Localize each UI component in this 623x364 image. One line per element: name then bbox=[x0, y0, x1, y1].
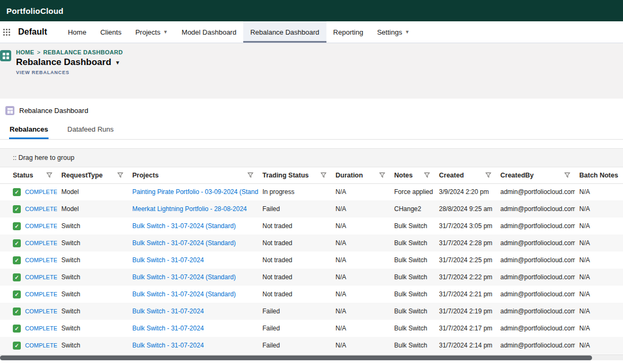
page-subtitle: VIEW REBALANCES bbox=[16, 70, 123, 75]
project-link[interactable]: Meerkat Lightning Portfolio - 28-08-2024 bbox=[132, 205, 247, 213]
chevron-down-icon[interactable]: ▼ bbox=[405, 29, 410, 35]
request-type-cell: Switch bbox=[57, 234, 128, 252]
request-type-cell: Switch bbox=[57, 252, 128, 269]
waffle-grid-icon bbox=[3, 29, 10, 36]
status-link[interactable]: COMPLETE bbox=[25, 274, 57, 280]
nav-tab-clients[interactable]: Clients bbox=[93, 21, 129, 43]
trading-status-cell: Not traded bbox=[258, 252, 331, 269]
col-trading-status[interactable]: Trading Status bbox=[258, 167, 331, 183]
horizontal-scrollbar-thumb[interactable] bbox=[0, 355, 592, 360]
status-check-icon: ✓ bbox=[13, 325, 21, 333]
rebalance-card: Rebalance Dashboard Rebalances Datafeed … bbox=[0, 99, 623, 360]
project-link[interactable]: Painting Pirate Portfolio - 03-09-2024 (… bbox=[132, 188, 258, 196]
breadcrumb-home-link[interactable]: HOME bbox=[16, 49, 34, 55]
title-chevron-down-icon[interactable]: ▼ bbox=[115, 60, 121, 66]
project-cell: Bulk Switch - 31-07-2024 (Standard) bbox=[128, 286, 258, 303]
project-link[interactable]: Bulk Switch - 31-07-2024 (Standard) bbox=[132, 239, 236, 247]
filter-funnel-icon[interactable] bbox=[485, 172, 491, 178]
app-launcher-icon[interactable] bbox=[0, 21, 13, 43]
table-row[interactable]: ✓ COMPLETE Switch Bulk Switch - 31-07-20… bbox=[0, 320, 623, 337]
page-header-text: HOME > REBALANCE DASHBOARD Rebalance Das… bbox=[16, 49, 123, 99]
created-cell: 31/7/2024 3:05 pm bbox=[435, 217, 496, 234]
status-link[interactable]: COMPLETE bbox=[25, 206, 57, 212]
request-type-cell: Switch bbox=[57, 217, 128, 234]
table-row[interactable]: ✓ COMPLETE Switch Bulk Switch - 31-07-20… bbox=[0, 269, 623, 286]
batch-notes-cell: N/A bbox=[575, 200, 623, 217]
status-link[interactable]: COMPLETE bbox=[25, 325, 57, 331]
nav-tab-model-dashboard[interactable]: Model Dashboard bbox=[175, 21, 244, 43]
horizontal-scrollbar[interactable] bbox=[0, 354, 623, 360]
chevron-down-icon[interactable]: ▼ bbox=[163, 29, 168, 35]
table-row[interactable]: ✓ COMPLETE Switch Bulk Switch - 31-07-20… bbox=[0, 303, 623, 320]
col-notes[interactable]: Notes bbox=[390, 167, 435, 183]
filter-funnel-icon[interactable] bbox=[46, 172, 52, 178]
nav-tab-rebalance-dashboard[interactable]: Rebalance Dashboard bbox=[243, 21, 326, 43]
col-created-by[interactable]: CreatedBy bbox=[496, 167, 575, 183]
col-batch-notes[interactable]: Batch Notes bbox=[575, 167, 623, 183]
col-duration[interactable]: Duration bbox=[331, 167, 390, 183]
batch-notes-cell: N/A bbox=[575, 252, 623, 269]
table-row[interactable]: ✓ COMPLETE Switch Bulk Switch - 31-07-20… bbox=[0, 252, 623, 269]
project-link[interactable]: Bulk Switch - 31-07-2024 bbox=[132, 308, 204, 315]
filter-funnel-icon[interactable] bbox=[379, 172, 385, 178]
created-by-cell: admin@portfoliocloud.com bbox=[496, 183, 575, 200]
project-link[interactable]: Bulk Switch - 31-07-2024 (Standard) bbox=[132, 290, 236, 298]
tab-datafeed-runs[interactable]: Datafeed Runs bbox=[67, 120, 114, 139]
project-link[interactable]: Bulk Switch - 31-07-2024 bbox=[132, 342, 204, 349]
status-link[interactable]: COMPLETE bbox=[25, 240, 57, 246]
tab-rebalances[interactable]: Rebalances bbox=[9, 120, 49, 139]
breadcrumb-current-link[interactable]: REBALANCE DASHBOARD bbox=[43, 49, 123, 55]
status-cell: ✓ COMPLETE bbox=[0, 217, 57, 234]
table-row[interactable]: ✓ COMPLETE Model Painting Pirate Portfol… bbox=[0, 183, 623, 200]
project-link[interactable]: Bulk Switch - 31-07-2024 (Standard) bbox=[132, 222, 236, 230]
nav-tab-reporting[interactable]: Reporting bbox=[326, 21, 370, 43]
batch-notes-cell: N/A bbox=[575, 320, 623, 337]
status-link[interactable]: COMPLETE bbox=[25, 291, 57, 297]
top-banner: PortfolioCloud bbox=[0, 0, 623, 21]
created-cell: 28/8/2024 9:25 am bbox=[435, 200, 496, 217]
drag-group-bar[interactable]: :: Drag here to group bbox=[0, 148, 623, 167]
table-row[interactable]: ✓ COMPLETE Switch Bulk Switch - 31-07-20… bbox=[0, 337, 623, 354]
trading-status-cell: Not traded bbox=[258, 269, 331, 286]
dashboard-entity-icon bbox=[0, 50, 11, 61]
nav-tab-settings[interactable]: Settings▼ bbox=[370, 21, 417, 43]
table-row[interactable]: ✓ COMPLETE Switch Bulk Switch - 31-07-20… bbox=[0, 217, 623, 234]
status-link[interactable]: COMPLETE bbox=[25, 189, 57, 195]
nav-tab-home[interactable]: Home bbox=[61, 21, 93, 43]
filter-funnel-icon[interactable] bbox=[564, 172, 570, 178]
project-link[interactable]: Bulk Switch - 31-07-2024 (Standard) bbox=[132, 273, 236, 281]
project-link[interactable]: Bulk Switch - 31-07-2024 bbox=[132, 256, 204, 264]
status-cell: ✓ COMPLETE bbox=[0, 183, 57, 200]
status-link[interactable]: COMPLETE bbox=[25, 257, 57, 263]
request-type-cell: Model bbox=[57, 183, 128, 200]
status-link[interactable]: COMPLETE bbox=[25, 223, 57, 229]
col-request-type[interactable]: RequestType bbox=[57, 167, 128, 183]
project-cell: Bulk Switch - 31-07-2024 bbox=[128, 303, 258, 320]
filter-funnel-icon[interactable] bbox=[424, 172, 430, 178]
col-label: Notes bbox=[394, 172, 413, 179]
filter-funnel-icon[interactable] bbox=[117, 172, 123, 178]
project-link[interactable]: Bulk Switch - 31-07-2024 bbox=[132, 325, 204, 332]
brand-logo[interactable]: PortfolioCloud bbox=[6, 6, 63, 15]
filter-funnel-icon[interactable] bbox=[247, 172, 253, 178]
col-projects[interactable]: Projects bbox=[128, 167, 258, 183]
status-link[interactable]: COMPLETE bbox=[25, 342, 57, 349]
app-name[interactable]: Default bbox=[13, 21, 61, 43]
table-row[interactable]: ✓ COMPLETE Switch Bulk Switch - 31-07-20… bbox=[0, 234, 623, 252]
col-label: Status bbox=[13, 172, 33, 179]
request-type-cell: Model bbox=[57, 200, 128, 217]
nav-tab-label: Clients bbox=[100, 28, 122, 36]
nav-tab-projects[interactable]: Projects▼ bbox=[129, 21, 175, 43]
table-row[interactable]: ✓ COMPLETE Switch Bulk Switch - 31-07-20… bbox=[0, 286, 623, 303]
col-created[interactable]: Created bbox=[435, 167, 496, 183]
col-label: Batch Notes bbox=[579, 172, 618, 179]
status-check-icon: ✓ bbox=[13, 342, 21, 350]
col-label: Duration bbox=[336, 172, 363, 179]
col-status[interactable]: Status bbox=[0, 167, 57, 183]
status-check-icon: ✓ bbox=[13, 290, 21, 298]
created-by-cell: admin@portfoliocloud.com bbox=[496, 217, 575, 234]
status-link[interactable]: COMPLETE bbox=[25, 308, 57, 314]
filter-funnel-icon[interactable] bbox=[321, 172, 326, 178]
project-cell: Bulk Switch - 31-07-2024 bbox=[128, 320, 258, 337]
table-row[interactable]: ✓ COMPLETE Model Meerkat Lightning Portf… bbox=[0, 200, 623, 217]
